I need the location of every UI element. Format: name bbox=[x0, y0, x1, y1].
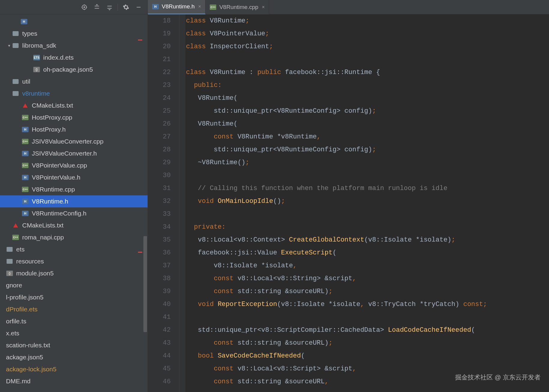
line-number: 19 bbox=[148, 27, 171, 40]
tree-item[interactable]: C++V8PointerValue.cpp bbox=[0, 159, 148, 171]
tree-item[interactable]: util bbox=[0, 76, 148, 88]
tab-V8Runtime-h[interactable]: HV8Runtime.h× bbox=[148, 0, 206, 14]
close-icon[interactable]: × bbox=[262, 4, 265, 10]
tree-item-label: dProfile.ets bbox=[6, 306, 38, 313]
code-line[interactable]: const std::string &sourceURL); bbox=[185, 337, 549, 349]
code-line[interactable]: std::unique_ptr<V8RuntimeConfig> config)… bbox=[185, 105, 549, 117]
tab-label: V8Runtime.h bbox=[162, 3, 195, 10]
cpp-file-icon: C++ bbox=[210, 4, 216, 10]
line-number: 33 bbox=[148, 208, 171, 221]
code-line[interactable] bbox=[185, 169, 549, 182]
code-line[interactable] bbox=[185, 311, 549, 324]
tree-item[interactable]: resources bbox=[0, 255, 148, 267]
code-line[interactable]: class V8Runtime : public facebook::jsi::… bbox=[185, 66, 549, 79]
h-icon: H bbox=[20, 18, 28, 25]
tree-item-label: V8Runtime.cpp bbox=[32, 186, 75, 193]
tree-item[interactable]: gnore bbox=[0, 279, 148, 291]
error-marker bbox=[138, 252, 142, 253]
tree-item[interactable]: ackage-lock.json5 bbox=[0, 363, 148, 375]
line-gutter: 1819202122232425262728293031323334353637… bbox=[148, 14, 179, 392]
tree-item[interactable]: ETSindex.d.ets bbox=[0, 52, 148, 64]
tree-item[interactable]: scation-rules.txt bbox=[0, 339, 148, 351]
svg-point-1 bbox=[84, 7, 85, 8]
tree-item[interactable]: CMakeLists.txt bbox=[0, 219, 148, 231]
tree-item[interactable]: types bbox=[0, 28, 148, 40]
code-content[interactable]: class V8Runtime;class V8PointerValue;cla… bbox=[185, 14, 549, 392]
code-line[interactable] bbox=[185, 53, 549, 66]
dir-icon bbox=[12, 42, 19, 49]
line-number: 43 bbox=[148, 337, 171, 349]
dir-icon bbox=[6, 258, 13, 265]
code-line[interactable]: V8Runtime( bbox=[185, 92, 549, 105]
scrollbar-thumb[interactable] bbox=[143, 236, 147, 332]
tree-item[interactable]: x.ets bbox=[0, 327, 148, 339]
tree-item-label: x.ets bbox=[6, 330, 19, 337]
code-line[interactable]: // Calling this function when the platfo… bbox=[185, 182, 549, 195]
code-line[interactable]: void OnMainLoopIdle(); bbox=[185, 195, 549, 208]
settings-icon[interactable] bbox=[121, 2, 131, 12]
code-line[interactable] bbox=[185, 208, 549, 221]
tree-item[interactable]: orfile.ts bbox=[0, 315, 148, 327]
tree-item[interactable]: CMakeLists.txt bbox=[0, 99, 148, 111]
tree-item-label: l-profile.json5 bbox=[6, 294, 44, 301]
tree-item[interactable]: ackage.json5 bbox=[0, 351, 148, 363]
toolbar-separator bbox=[118, 4, 118, 11]
chevron-icon[interactable]: ▾ bbox=[6, 43, 12, 48]
dir-icon bbox=[12, 78, 19, 85]
code-line[interactable]: class V8Runtime; bbox=[185, 14, 549, 27]
tree-item[interactable]: ▾libroma_sdk bbox=[0, 40, 148, 52]
tree-item[interactable]: dProfile.ets bbox=[0, 303, 148, 315]
tree-item[interactable]: HJSIV8ValueConverter.h bbox=[0, 147, 148, 159]
code-line[interactable]: ~V8Runtime(); bbox=[185, 156, 549, 169]
code-line[interactable]: facebook::jsi::Value ExecuteScript( bbox=[185, 246, 549, 259]
tab-V8Runtime-cpp[interactable]: C++V8Runtime.cpp× bbox=[206, 0, 269, 14]
tree-item-label: V8PointerValue.h bbox=[32, 174, 80, 181]
header-file-icon: H bbox=[152, 3, 159, 10]
tree-item[interactable]: HV8PointerValue.h bbox=[0, 171, 148, 183]
code-line[interactable]: v8::Local<v8::Context> CreateGlobalConte… bbox=[185, 233, 549, 246]
code-line[interactable]: public: bbox=[185, 79, 549, 92]
tree-item[interactable]: re bbox=[0, 387, 148, 392]
top-bar: HV8Runtime.h×C++V8Runtime.cpp× bbox=[0, 0, 549, 14]
line-number: 39 bbox=[148, 285, 171, 298]
collapse-all-icon[interactable] bbox=[105, 2, 114, 12]
tree-item[interactable]: C++JSIV8ValueConverter.cpp bbox=[0, 135, 148, 147]
code-line[interactable]: bool SaveCodeCacheIfNeeded( bbox=[185, 349, 549, 362]
minimize-icon[interactable] bbox=[134, 2, 143, 12]
code-line[interactable]: private: bbox=[185, 221, 549, 233]
project-tree: Htypes▾libroma_sdkETSindex.d.ets{}oh-pac… bbox=[0, 14, 148, 392]
code-line[interactable]: V8Runtime( bbox=[185, 117, 549, 130]
tree-item[interactable]: C++HostProxy.cpp bbox=[0, 111, 148, 123]
tree-item[interactable]: C++roma_napi.cpp bbox=[0, 231, 148, 243]
expand-all-icon[interactable] bbox=[92, 2, 102, 12]
tree-item[interactable]: {}module.json5 bbox=[0, 267, 148, 279]
tree-item-label: CMakeLists.txt bbox=[32, 102, 73, 109]
tree-item[interactable]: C++V8Runtime.cpp bbox=[0, 183, 148, 195]
close-icon[interactable]: × bbox=[198, 4, 201, 9]
tree-item[interactable]: {}oh-package.json5 bbox=[0, 64, 148, 76]
code-line[interactable]: class V8PointerValue; bbox=[185, 27, 549, 40]
tree-item[interactable]: HV8Runtime.h bbox=[0, 195, 148, 207]
tree-item-label: CMakeLists.txt bbox=[22, 222, 64, 229]
code-line[interactable]: const std::string &sourceURL); bbox=[185, 285, 549, 298]
tree-item[interactable]: ets bbox=[0, 243, 148, 255]
tree-item[interactable]: DME.md bbox=[0, 375, 148, 387]
sidebar-scrollbar[interactable] bbox=[143, 14, 148, 392]
tree-item[interactable]: HHostProxy.h bbox=[0, 123, 148, 135]
code-line[interactable]: void ReportException(v8::Isolate *isolat… bbox=[185, 298, 549, 311]
code-line[interactable]: const v8::Local<v8::String> &script, bbox=[185, 272, 549, 285]
code-line[interactable]: const V8Runtime *v8Runtime, bbox=[185, 130, 549, 143]
code-line[interactable]: v8::Isolate *isolate, bbox=[185, 259, 549, 272]
h-icon: H bbox=[22, 210, 29, 217]
line-number: 36 bbox=[148, 246, 171, 259]
code-line[interactable]: std::unique_ptr<v8::ScriptCompiler::Cach… bbox=[185, 324, 549, 337]
tree-item[interactable]: l-profile.json5 bbox=[0, 291, 148, 303]
target-icon[interactable] bbox=[80, 2, 89, 12]
tree-item[interactable]: HV8RuntimeConfig.h bbox=[0, 207, 148, 219]
tree-item[interactable]: v8runtime bbox=[0, 88, 148, 99]
code-line[interactable]: class InspectorClient; bbox=[185, 40, 549, 53]
code-editor[interactable]: 1819202122232425262728293031323334353637… bbox=[148, 14, 549, 392]
line-number: 38 bbox=[148, 272, 171, 285]
code-line[interactable]: std::unique_ptr<V8RuntimeConfig> config)… bbox=[185, 143, 549, 156]
tree-item[interactable]: H bbox=[0, 16, 148, 28]
